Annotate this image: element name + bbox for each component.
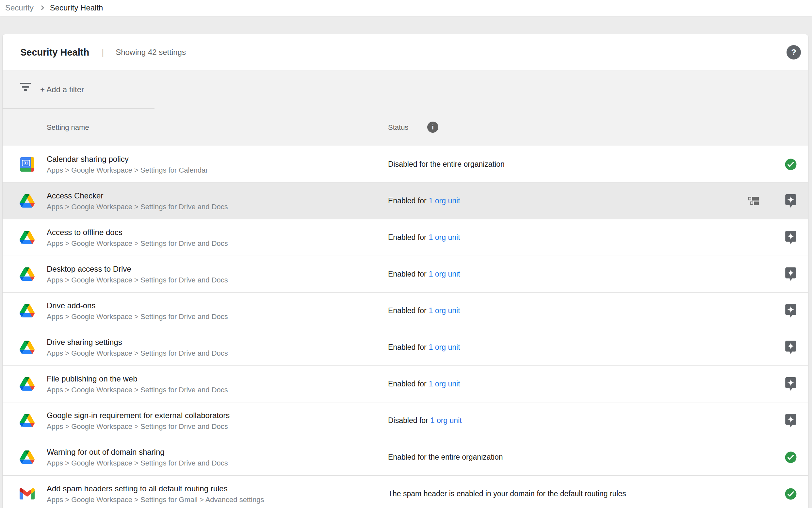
status-org-unit-link[interactable]: 1 org unit xyxy=(429,306,460,315)
trailing-icon-slot xyxy=(783,256,798,292)
app-icon-slot xyxy=(18,293,36,329)
status-cell: Enabled for 1 org unit xyxy=(388,366,460,402)
setting-path: Apps > Google Workspace > Settings for D… xyxy=(47,203,228,211)
setting-path: Apps > Google Workspace > Settings for D… xyxy=(47,459,228,467)
trailing-icon-slot xyxy=(783,439,798,475)
column-header-status: Status xyxy=(388,109,408,146)
recommendation-flag-icon[interactable] xyxy=(785,267,796,281)
breadcrumb: Security Security Health xyxy=(0,0,812,16)
status-cell: Enabled for 1 org unit xyxy=(388,256,460,292)
status-text: Enabled for xyxy=(388,233,427,242)
trailing-icon-slot xyxy=(783,476,798,508)
table-row[interactable]: Warning for out of domain sharing Apps >… xyxy=(3,439,808,476)
status-text: Enabled for the entire organization xyxy=(388,453,503,462)
status-org-unit-link[interactable]: 1 org unit xyxy=(429,343,460,352)
filter-bar: + Add a filter xyxy=(3,70,808,109)
recommendation-flag-icon[interactable] xyxy=(785,304,796,318)
status-cell: Enabled for 1 org unit xyxy=(388,219,460,256)
trailing-icon-slot xyxy=(783,329,798,366)
status-cell: The spam header is enabled in your domai… xyxy=(388,476,626,508)
recommendation-flag-icon[interactable] xyxy=(785,414,796,428)
setting-text: File publishing on the web Apps > Google… xyxy=(47,374,228,394)
add-filter-button[interactable]: + Add a filter xyxy=(40,70,84,109)
drive-icon xyxy=(19,194,35,208)
app-icon-slot xyxy=(18,476,36,508)
setting-name: Access to offline docs xyxy=(47,227,228,237)
trailing-icon-slot xyxy=(783,183,798,219)
status-ok-icon xyxy=(784,158,797,171)
setting-name: Drive add-ons xyxy=(47,301,228,310)
column-header-setting-name: Setting name xyxy=(47,109,89,146)
help-icon[interactable]: ? xyxy=(786,45,801,59)
toolbar-band: + Add a filter Setting name Status i xyxy=(3,70,808,146)
table-row[interactable]: Drive sharing settings Apps > Google Wor… xyxy=(3,329,808,366)
table-row[interactable]: Drive add-ons Apps > Google Workspace > … xyxy=(3,293,808,329)
setting-name: Desktop access to Drive xyxy=(47,264,228,274)
setting-name: Warning for out of domain sharing xyxy=(47,447,228,457)
setting-name: Access Checker xyxy=(47,191,228,201)
setting-path: Apps > Google Workspace > Settings for D… xyxy=(47,312,228,321)
security-health-page: { "breadcrumb": { "parent": "Security", … xyxy=(0,0,812,508)
page-title: Security Health xyxy=(20,47,89,58)
table-row[interactable]: Access to offline docs Apps > Google Wor… xyxy=(3,219,808,256)
recommendation-flag-icon[interactable] xyxy=(785,194,796,208)
breadcrumb-parent-link[interactable]: Security xyxy=(5,3,34,12)
status-cell: Enabled for 1 org unit xyxy=(388,329,460,366)
status-org-unit-link[interactable]: 1 org unit xyxy=(429,270,460,279)
status-text: Disabled for xyxy=(388,416,428,425)
recommendation-flag-icon[interactable] xyxy=(785,377,796,391)
title-divider: | xyxy=(102,47,104,57)
calendar-icon: 31 xyxy=(20,157,34,172)
recommendation-flag-icon[interactable] xyxy=(785,341,796,354)
settings-table-body: 31 Calendar sharing policy Apps > Google… xyxy=(3,146,808,508)
trailing-icon-slot xyxy=(783,366,798,402)
table-row[interactable]: Desktop access to Drive Apps > Google Wo… xyxy=(3,256,808,293)
status-info-icon[interactable]: i xyxy=(427,122,438,133)
table-row[interactable]: 31 Calendar sharing policy Apps > Google… xyxy=(3,146,808,183)
table-row[interactable]: Add spam headers setting to all default … xyxy=(3,476,808,508)
filter-list-icon[interactable] xyxy=(18,83,33,96)
setting-text: Access Checker Apps > Google Workspace >… xyxy=(47,191,228,211)
setting-name: Calendar sharing policy xyxy=(47,154,208,164)
status-cell: Disabled for the entire organization xyxy=(388,146,505,182)
status-cell: Enabled for 1 org unit xyxy=(388,183,460,219)
status-cell: Enabled for the entire organization xyxy=(388,439,503,475)
status-text: Enabled for xyxy=(388,380,427,388)
org-unit-scope-icon xyxy=(748,196,759,206)
setting-text: Desktop access to Drive Apps > Google Wo… xyxy=(47,264,228,284)
security-health-card: Security Health | Showing 42 settings ? … xyxy=(3,34,808,508)
trailing-icon-slot xyxy=(783,293,798,329)
status-org-unit-link[interactable]: 1 org unit xyxy=(429,197,460,205)
table-row[interactable]: Google sign-in requirement for external … xyxy=(3,403,808,439)
drive-icon xyxy=(19,304,35,318)
app-icon-slot xyxy=(18,403,36,439)
breadcrumb-current: Security Health xyxy=(50,3,103,12)
setting-path: Apps > Google Workspace > Settings for D… xyxy=(47,239,228,248)
drive-icon xyxy=(19,414,35,427)
setting-name: Google sign-in requirement for external … xyxy=(47,411,230,420)
setting-path: Apps > Google Workspace > Settings for D… xyxy=(47,276,228,284)
drive-icon xyxy=(19,341,35,354)
table-row[interactable]: File publishing on the web Apps > Google… xyxy=(3,366,808,403)
recommendation-flag-icon[interactable] xyxy=(785,231,796,245)
app-icon-slot xyxy=(18,183,36,219)
drive-icon xyxy=(19,377,35,391)
drive-icon xyxy=(19,231,35,244)
status-text: Enabled for xyxy=(388,343,427,352)
table-row[interactable]: Access Checker Apps > Google Workspace >… xyxy=(3,183,808,219)
status-text: Enabled for xyxy=(388,270,427,279)
setting-path: Apps > Google Workspace > Settings for D… xyxy=(47,349,228,357)
status-org-unit-link[interactable]: 1 org unit xyxy=(430,416,462,425)
setting-text: Warning for out of domain sharing Apps >… xyxy=(47,447,228,467)
status-text: Enabled for xyxy=(388,197,427,205)
status-cell: Disabled for 1 org unit xyxy=(388,403,462,439)
drive-icon xyxy=(19,451,35,464)
table-header: Setting name Status i xyxy=(3,109,808,146)
setting-text: Drive add-ons Apps > Google Workspace > … xyxy=(47,301,228,321)
status-org-unit-link[interactable]: 1 org unit xyxy=(429,380,460,388)
setting-text: Access to offline docs Apps > Google Wor… xyxy=(47,227,228,248)
trailing-icon-slot xyxy=(783,146,798,182)
status-org-unit-link[interactable]: 1 org unit xyxy=(429,233,460,242)
status-text: Enabled for xyxy=(388,306,427,315)
setting-path: Apps > Google Workspace > Settings for D… xyxy=(47,422,230,431)
